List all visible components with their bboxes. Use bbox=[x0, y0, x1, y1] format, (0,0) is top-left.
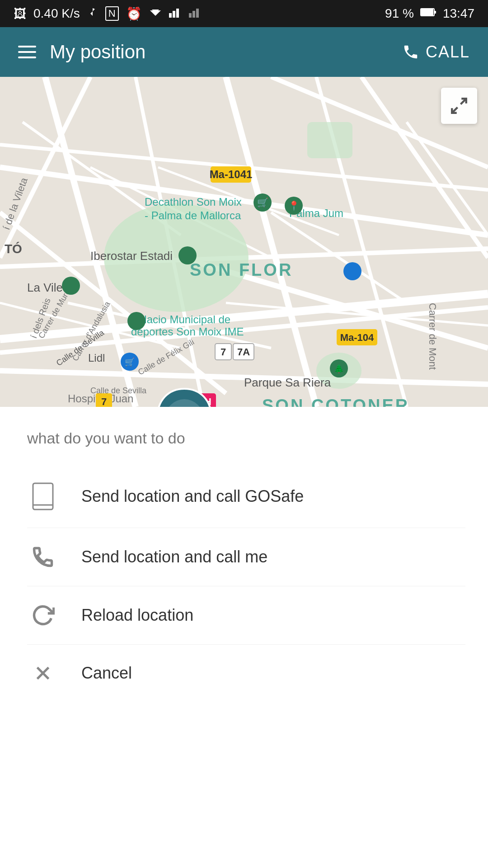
svg-text:Carrer de Mont: Carrer de Mont bbox=[427, 303, 438, 370]
svg-text:📍: 📍 bbox=[288, 200, 300, 211]
map-container[interactable]: í de la Vileta í dels Reis Calle de Sevi… bbox=[0, 77, 488, 407]
nfc-icon: N bbox=[105, 6, 119, 21]
action-item-call-me[interactable]: Send location and call me bbox=[27, 528, 465, 586]
svg-text:7: 7 bbox=[101, 396, 107, 407]
svg-rect-4 bbox=[176, 9, 179, 18]
app-header: My position CALL bbox=[0, 27, 488, 77]
battery-icon bbox=[420, 6, 436, 21]
svg-rect-10 bbox=[434, 11, 436, 14]
svg-rect-7 bbox=[196, 9, 199, 18]
svg-text:🛒: 🛒 bbox=[257, 197, 268, 208]
battery-percent: 91 % bbox=[385, 6, 414, 21]
close-icon bbox=[27, 662, 59, 684]
status-right: 91 % 13:47 bbox=[385, 6, 474, 21]
svg-text:SON FLOR: SON FLOR bbox=[190, 260, 293, 279]
svg-text:Lidl: Lidl bbox=[88, 352, 105, 364]
svg-text:- Palma de Mallorca: - Palma de Mallorca bbox=[145, 209, 241, 222]
svg-point-75 bbox=[178, 246, 197, 264]
svg-point-76 bbox=[62, 277, 80, 295]
signal-icon-2 bbox=[189, 6, 202, 21]
reload-icon bbox=[27, 604, 59, 627]
svg-text:Decathlon Son Moix: Decathlon Son Moix bbox=[145, 196, 242, 208]
action-label-cancel: Cancel bbox=[81, 664, 132, 683]
svg-point-77 bbox=[127, 312, 145, 330]
svg-rect-9 bbox=[421, 9, 433, 15]
svg-text:TÓ: TÓ bbox=[5, 242, 22, 256]
action-item-reload[interactable]: Reload location bbox=[27, 586, 465, 645]
time-display: 13:47 bbox=[443, 6, 474, 21]
page-title: My position bbox=[50, 41, 145, 63]
svg-text:7A: 7A bbox=[237, 346, 250, 358]
svg-rect-36 bbox=[307, 122, 352, 158]
action-item-gosafe[interactable]: Send location and call GOSafe bbox=[27, 465, 465, 528]
svg-text:🛒: 🛒 bbox=[125, 357, 135, 367]
svg-text:7: 7 bbox=[221, 346, 226, 358]
action-list: Send location and call GOSafe Send locat… bbox=[27, 465, 465, 702]
action-panel: what do you want to do Send location and… bbox=[0, 407, 488, 724]
call-label: CALL bbox=[426, 42, 470, 61]
svg-rect-3 bbox=[173, 11, 175, 18]
status-bar: 🖼 0.40 K/s N ⏰ 91 % 13:47 bbox=[0, 0, 488, 27]
svg-text:Ma-104: Ma-104 bbox=[340, 332, 374, 343]
action-item-cancel[interactable]: Cancel bbox=[27, 645, 465, 702]
svg-rect-5 bbox=[189, 13, 192, 18]
svg-rect-6 bbox=[192, 11, 195, 18]
call-button[interactable]: CALL bbox=[402, 42, 470, 61]
svg-text:Ma-1041: Ma-1041 bbox=[210, 168, 253, 180]
phone-call-icon bbox=[27, 545, 59, 569]
action-label-call-me: Send location and call me bbox=[81, 547, 267, 566]
action-prompt: what do you want to do bbox=[27, 429, 465, 447]
fullscreen-button[interactable] bbox=[441, 88, 477, 124]
svg-text:deportes Son Moix IME: deportes Son Moix IME bbox=[131, 326, 244, 338]
svg-text:Parque Sa Riera: Parque Sa Riera bbox=[244, 376, 331, 389]
signal-icon bbox=[169, 6, 182, 21]
bluetooth-icon bbox=[87, 6, 98, 21]
svg-text:🌲: 🌲 bbox=[334, 364, 344, 374]
hamburger-menu-button[interactable] bbox=[18, 46, 36, 58]
alarm-icon: ⏰ bbox=[126, 6, 142, 21]
wifi-icon bbox=[149, 6, 162, 21]
action-label-gosafe: Send location and call GOSafe bbox=[81, 487, 304, 506]
speed-indicator: 0.40 K/s bbox=[33, 6, 80, 21]
status-left: 🖼 0.40 K/s N ⏰ bbox=[14, 6, 202, 21]
svg-rect-2 bbox=[169, 13, 172, 18]
svg-text:Palacio Municipal de: Palacio Municipal de bbox=[131, 313, 230, 326]
photo-icon: 🖼 bbox=[14, 6, 26, 21]
svg-text:SON COTONER: SON COTONER bbox=[262, 396, 409, 407]
header-left: My position bbox=[18, 41, 145, 63]
svg-point-82 bbox=[343, 262, 361, 280]
action-label-reload: Reload location bbox=[81, 606, 193, 625]
svg-text:Iberostar Estadi: Iberostar Estadi bbox=[90, 249, 173, 263]
tablet-icon bbox=[27, 482, 59, 510]
